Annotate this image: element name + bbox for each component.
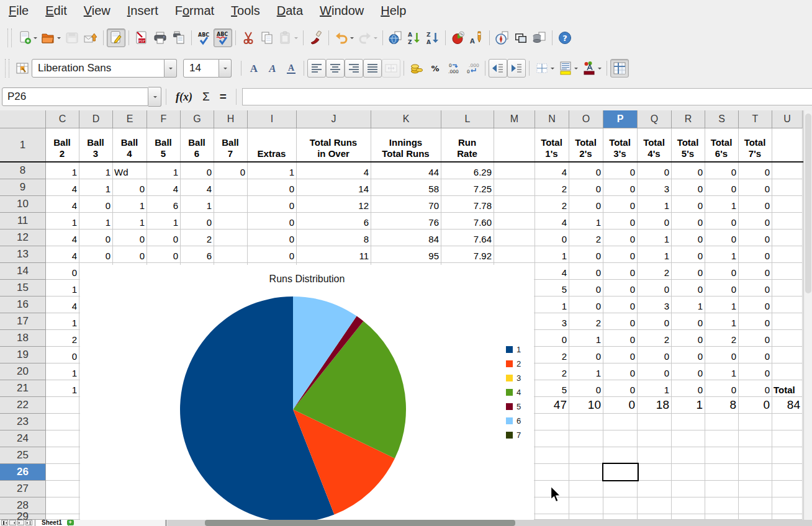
cell-C25[interactable] bbox=[46, 447, 79, 464]
cell-E9[interactable]: 0 bbox=[113, 179, 147, 196]
cell-R25[interactable] bbox=[672, 447, 705, 464]
cell-S21[interactable]: 0 bbox=[705, 380, 739, 397]
cell-Q20[interactable]: 0 bbox=[638, 363, 672, 380]
row-header-27[interactable]: 27 bbox=[0, 481, 46, 497]
cell-R26[interactable] bbox=[672, 464, 705, 481]
cell-I12[interactable]: 0 bbox=[248, 230, 297, 246]
cell-S8[interactable]: 0 bbox=[705, 163, 739, 179]
cell-P9[interactable]: 0 bbox=[603, 179, 638, 196]
cell-S1[interactable]: Total 6's bbox=[705, 128, 739, 161]
styles-button[interactable] bbox=[13, 59, 32, 78]
cell-S24[interactable] bbox=[705, 430, 739, 447]
cell-J12[interactable]: 8 bbox=[297, 230, 371, 246]
percent-button[interactable]: % bbox=[426, 59, 444, 78]
cell-N26[interactable] bbox=[535, 464, 569, 481]
cell-C9[interactable]: 4 bbox=[46, 179, 79, 196]
cell-Q23[interactable] bbox=[638, 414, 672, 430]
menu-item-file[interactable]: File bbox=[9, 4, 29, 18]
cell-L9[interactable]: 7.25 bbox=[441, 179, 494, 196]
cell-O15[interactable]: 0 bbox=[569, 280, 603, 296]
cell-P8[interactable]: 0 bbox=[603, 163, 638, 179]
cell-D13[interactable]: 0 bbox=[79, 246, 113, 263]
gallery-button[interactable] bbox=[512, 29, 530, 47]
cell-N13[interactable]: 1 bbox=[535, 246, 569, 263]
cell-T17[interactable]: 0 bbox=[739, 313, 772, 330]
cell-L13[interactable]: 7.92 bbox=[441, 246, 494, 263]
cell-D9[interactable]: 1 bbox=[79, 179, 113, 196]
formula-button[interactable]: = bbox=[220, 91, 227, 102]
row-header-10[interactable]: 10 bbox=[0, 196, 46, 213]
cell-N20[interactable]: 2 bbox=[535, 363, 569, 380]
cell-U19[interactable] bbox=[772, 347, 803, 363]
row-header-14[interactable]: 14 bbox=[0, 263, 46, 280]
column-header-E[interactable]: E bbox=[113, 110, 147, 128]
cell-Q24[interactable] bbox=[638, 430, 672, 447]
cell-O24[interactable] bbox=[569, 430, 603, 447]
borders-button-dropdown[interactable] bbox=[551, 68, 554, 71]
cell-C10[interactable]: 4 bbox=[46, 196, 79, 213]
cell-C22[interactable] bbox=[46, 397, 79, 414]
column-header-Q[interactable]: Q bbox=[638, 110, 672, 128]
cell-R9[interactable]: 0 bbox=[672, 179, 705, 196]
cell-O14[interactable]: 0 bbox=[569, 263, 603, 280]
cell-O18[interactable]: 1 bbox=[569, 330, 603, 347]
cell-Q26[interactable] bbox=[638, 464, 672, 481]
cell-S13[interactable]: 1 bbox=[705, 246, 739, 263]
open-button-dropdown[interactable] bbox=[57, 37, 61, 41]
cell-S12[interactable]: 0 bbox=[705, 230, 739, 246]
cell-E8[interactable]: Wd bbox=[113, 163, 147, 179]
row-header-17[interactable]: 17 bbox=[0, 313, 46, 330]
cell-R13[interactable]: 0 bbox=[672, 246, 705, 263]
cell-G13[interactable]: 6 bbox=[181, 246, 214, 263]
cell-I13[interactable]: 0 bbox=[248, 246, 297, 263]
row-header-9[interactable]: 9 bbox=[0, 179, 46, 196]
cell-U24[interactable] bbox=[772, 430, 803, 447]
cell-O22[interactable]: 10 bbox=[569, 397, 603, 414]
cell-T14[interactable]: 0 bbox=[739, 263, 772, 280]
cell-O13[interactable]: 0 bbox=[569, 246, 603, 263]
data-sources-button[interactable] bbox=[530, 29, 549, 47]
cell-C17[interactable]: 1 bbox=[46, 313, 79, 330]
cell-Q25[interactable] bbox=[638, 447, 672, 464]
cell-S16[interactable]: 1 bbox=[705, 296, 739, 313]
cell-T23[interactable] bbox=[739, 414, 772, 430]
cell-P10[interactable]: 0 bbox=[603, 196, 638, 213]
cell-S14[interactable]: 0 bbox=[705, 263, 739, 280]
print-button[interactable] bbox=[151, 29, 169, 47]
column-header-U[interactable]: U bbox=[772, 110, 803, 128]
cell-T27[interactable] bbox=[739, 481, 772, 497]
cell-O25[interactable] bbox=[569, 447, 603, 464]
cell-C23[interactable] bbox=[46, 414, 79, 430]
borders-button[interactable] bbox=[533, 59, 556, 78]
cell-H13[interactable] bbox=[214, 246, 248, 263]
cell-J9[interactable]: 14 bbox=[297, 179, 371, 196]
cell-R18[interactable]: 0 bbox=[672, 330, 705, 347]
cell-I1[interactable]: Extras bbox=[248, 128, 297, 161]
redo-button[interactable] bbox=[356, 29, 379, 47]
cell-T22[interactable]: 0 bbox=[739, 397, 772, 414]
cell-P27[interactable] bbox=[603, 481, 638, 497]
cell-T21[interactable]: 0 bbox=[739, 380, 772, 397]
add-sheet-button[interactable] bbox=[67, 520, 74, 525]
background-color-button-dropdown[interactable] bbox=[574, 68, 578, 71]
sheet-last-button[interactable] bbox=[25, 520, 32, 525]
sheet-first-button[interactable] bbox=[1, 520, 8, 525]
sum-button[interactable]: Σ bbox=[202, 91, 210, 102]
cell-C27[interactable] bbox=[46, 481, 79, 497]
cell-U10[interactable] bbox=[772, 196, 803, 213]
cell-E1[interactable]: Ball 4 bbox=[113, 128, 147, 161]
cell-T13[interactable]: 0 bbox=[739, 246, 772, 263]
cell-T9[interactable]: 0 bbox=[739, 179, 772, 196]
background-color-button[interactable] bbox=[556, 59, 580, 78]
cell-J10[interactable]: 12 bbox=[297, 196, 371, 213]
cell-S17[interactable]: 1 bbox=[705, 313, 739, 330]
cell-R29[interactable] bbox=[672, 514, 705, 520]
cell-T28[interactable] bbox=[739, 497, 772, 514]
cell-U29[interactable] bbox=[772, 514, 803, 520]
cell-S25[interactable] bbox=[705, 447, 739, 464]
cell-T15[interactable]: 0 bbox=[739, 280, 772, 296]
font-name-dropdown[interactable] bbox=[165, 59, 177, 78]
cell-U8[interactable] bbox=[772, 163, 803, 179]
cell-I8[interactable]: 1 bbox=[248, 163, 297, 179]
cell-P20[interactable]: 0 bbox=[603, 363, 638, 380]
